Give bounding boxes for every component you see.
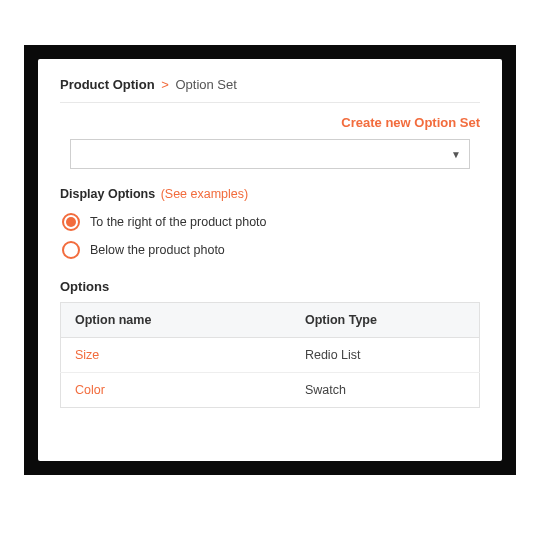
display-option-below[interactable]: Below the product photo xyxy=(62,241,480,259)
option-name-link[interactable]: Color xyxy=(61,373,291,408)
option-name-link[interactable]: Size xyxy=(61,338,291,373)
table-header-row: Option name Option Type xyxy=(61,303,480,338)
table-row: Size Redio List xyxy=(61,338,480,373)
table-row: Color Swatch xyxy=(61,373,480,408)
display-options-label: Display Options (See examples) xyxy=(60,187,480,201)
radio-icon xyxy=(62,213,80,231)
breadcrumb-root[interactable]: Product Option xyxy=(60,77,155,92)
breadcrumb: Product Option > Option Set xyxy=(60,77,480,103)
col-option-type: Option Type xyxy=(291,303,480,338)
display-options-group: To the right of the product photo Below … xyxy=(62,213,480,259)
option-set-select[interactable]: ▼ xyxy=(70,139,470,169)
radio-label: Below the product photo xyxy=(90,243,225,257)
option-type-cell: Swatch xyxy=(291,373,480,408)
options-heading: Options xyxy=(60,279,480,294)
chevron-down-icon: ▼ xyxy=(451,149,461,160)
create-option-set-link[interactable]: Create new Option Set xyxy=(341,115,480,130)
option-type-cell: Redio List xyxy=(291,338,480,373)
see-examples-link[interactable]: (See examples) xyxy=(161,187,249,201)
radio-label: To the right of the product photo xyxy=(90,215,267,229)
breadcrumb-separator: > xyxy=(161,77,169,92)
radio-icon xyxy=(62,241,80,259)
display-option-right[interactable]: To the right of the product photo xyxy=(62,213,480,231)
option-set-panel: Product Option > Option Set Create new O… xyxy=(38,59,502,461)
breadcrumb-current: Option Set xyxy=(175,77,236,92)
col-option-name: Option name xyxy=(61,303,291,338)
options-table: Option name Option Type Size Redio List … xyxy=(60,302,480,408)
